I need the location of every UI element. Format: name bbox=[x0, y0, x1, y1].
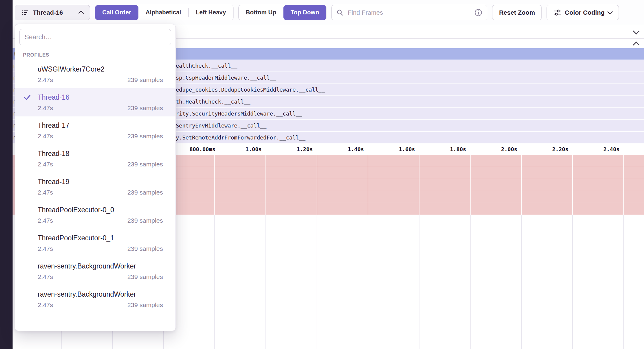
profile-item-samples: 239 samples bbox=[127, 301, 163, 309]
collapse-chevron-up-icon[interactable] bbox=[634, 41, 639, 48]
find-frames-input[interactable] bbox=[347, 9, 471, 16]
frame-text-fragment: edupe_cookies.DedupeCookiesMiddleware.__… bbox=[176, 84, 325, 95]
profile-item-duration: 2.47s bbox=[38, 189, 53, 196]
profiler-flamegraph-page: Thread-16 Call OrderAlphabeticalLeft Hea… bbox=[0, 0, 644, 349]
profile-item-thread-17[interactable]: Thread-172.47s239 samples bbox=[15, 116, 176, 145]
direction-segment-top-down[interactable]: Top Down bbox=[283, 5, 326, 20]
collapse-chevron-down-icon[interactable] bbox=[634, 29, 639, 36]
axis-tick-label: 1.00s bbox=[245, 146, 262, 152]
profile-item-thread-19[interactable]: Thread-192.47s239 samples bbox=[15, 173, 176, 201]
gridline bbox=[470, 215, 471, 349]
direction-segment-bottom-up[interactable]: Bottom Up bbox=[239, 5, 283, 20]
profile-item-samples: 239 samples bbox=[127, 76, 163, 84]
profile-item-duration: 2.47s bbox=[38, 301, 53, 309]
profile-item-samples: 239 samples bbox=[127, 245, 163, 252]
sort-order-segmented-control: Call OrderAlphabeticalLeft Heavy bbox=[95, 5, 234, 20]
profile-item-name: uWSGIWorker7Core2 bbox=[38, 65, 163, 73]
axis-tick-label: 1.20s bbox=[297, 146, 313, 152]
app-sidebar-strip bbox=[0, 0, 13, 349]
checkmark-icon bbox=[23, 93, 31, 102]
profile-item-name: Thread-19 bbox=[38, 177, 163, 186]
profile-item-name: raven-sentry.BackgroundWorker bbox=[38, 290, 163, 298]
sliders-icon bbox=[553, 9, 561, 16]
profile-item-meta: 2.47s239 samples bbox=[38, 76, 163, 84]
frame-text-fragment: SentryEnvMiddleware.__call__ bbox=[176, 120, 266, 131]
profile-item-duration: 2.47s bbox=[38, 133, 53, 140]
frame-text-fragment: rity.SecurityHeadersMiddleware.__call__ bbox=[176, 108, 302, 119]
profile-item-name: ThreadPoolExecutor-0_1 bbox=[38, 234, 163, 242]
search-icon bbox=[336, 9, 344, 16]
axis-tick-label: 1.80s bbox=[450, 146, 466, 152]
chevron-up-icon bbox=[78, 10, 84, 16]
thread-dropdown-panel: PROFILES uWSGIWorker7Core22.47s239 sampl… bbox=[15, 24, 176, 331]
profile-item-meta: 2.47s239 samples bbox=[38, 245, 163, 252]
profile-item-name: raven-sentry.BackgroundWorker bbox=[38, 262, 163, 270]
axis-tick-label: 1.40s bbox=[348, 146, 364, 152]
color-coding-label: Color Coding bbox=[565, 9, 605, 16]
profile-item-meta: 2.47s239 samples bbox=[38, 301, 163, 309]
axis-tick-label: 2.40s bbox=[603, 146, 619, 152]
toolbar: Thread-16 Call OrderAlphabeticalLeft Hea… bbox=[13, 0, 644, 25]
frame-text-fragment: th.HealthCheck.__call__ bbox=[176, 96, 250, 107]
profile-item-name: Thread-17 bbox=[38, 121, 163, 130]
profiles-section-label: PROFILES bbox=[23, 52, 176, 58]
profile-item-duration: 2.47s bbox=[38, 161, 53, 168]
profile-item-samples: 239 samples bbox=[127, 161, 163, 168]
find-frames-field[interactable] bbox=[331, 5, 487, 20]
profiles-list: uWSGIWorker7Core22.47s239 samplesThread-… bbox=[15, 60, 176, 313]
gridline bbox=[214, 215, 215, 349]
dropdown-search-input[interactable] bbox=[19, 29, 171, 45]
profile-item-meta: 2.47s239 samples bbox=[38, 161, 163, 168]
profile-item-samples: 239 samples bbox=[127, 104, 163, 112]
profile-item-threadpoolexecutor-0-0[interactable]: ThreadPoolExecutor-0_02.47s239 samples bbox=[15, 201, 176, 229]
axis-tick-label: 2.00s bbox=[501, 146, 517, 152]
profile-item-meta: 2.47s239 samples bbox=[38, 133, 163, 140]
gridline bbox=[419, 215, 419, 349]
sort-segment-call-order[interactable]: Call Order bbox=[95, 5, 138, 20]
profile-item-meta: 2.47s239 samples bbox=[38, 189, 163, 196]
gridline bbox=[317, 215, 317, 349]
profile-item-duration: 2.47s bbox=[38, 76, 53, 84]
profile-item-thread-16[interactable]: Thread-162.47s239 samples bbox=[15, 88, 176, 116]
sort-segment-alphabetical[interactable]: Alphabetical bbox=[138, 5, 188, 20]
gridline bbox=[623, 215, 624, 349]
color-coding-button[interactable]: Color Coding bbox=[547, 5, 619, 20]
profile-item-samples: 239 samples bbox=[127, 217, 163, 224]
list-icon bbox=[22, 9, 29, 16]
info-icon bbox=[474, 9, 482, 16]
profile-item-uwsgiworker7core2[interactable]: uWSGIWorker7Core22.47s239 samples bbox=[15, 60, 176, 88]
profile-item-meta: 2.47s239 samples bbox=[38, 104, 163, 112]
profile-item-duration: 2.47s bbox=[38, 104, 53, 112]
profile-item-samples: 239 samples bbox=[127, 133, 163, 140]
chevron-down-icon bbox=[608, 9, 613, 14]
profile-item-duration: 2.47s bbox=[38, 273, 53, 280]
profile-item-samples: 239 samples bbox=[127, 273, 163, 280]
profile-item-raven-sentry-backgroundworker[interactable]: raven-sentry.BackgroundWorker2.47s239 sa… bbox=[15, 257, 176, 285]
profile-item-thread-18[interactable]: Thread-182.47s239 samples bbox=[15, 145, 176, 173]
profile-item-name: Thread-18 bbox=[38, 149, 163, 158]
frame-text-fragment: sp.CspHeaderMiddleware.__call__ bbox=[176, 72, 276, 84]
profile-item-name: Thread-16 bbox=[38, 93, 163, 101]
profile-item-name: ThreadPoolExecutor-0_0 bbox=[38, 206, 163, 214]
profile-item-meta: 2.47s239 samples bbox=[38, 273, 163, 280]
thread-selector-button[interactable]: Thread-16 bbox=[15, 5, 90, 20]
reset-zoom-button[interactable]: Reset Zoom bbox=[492, 5, 542, 20]
axis-tick-label: 2.20s bbox=[552, 146, 568, 152]
frame-text-fragment: ealthCheck.__call__ bbox=[176, 60, 237, 72]
profile-item-raven-sentry-backgroundworker[interactable]: raven-sentry.BackgroundWorker2.47s239 sa… bbox=[15, 285, 176, 313]
gridline bbox=[368, 215, 368, 349]
gridline bbox=[521, 215, 522, 349]
axis-tick-label: 1.60s bbox=[399, 146, 415, 152]
profile-item-duration: 2.47s bbox=[38, 245, 53, 252]
profile-item-threadpoolexecutor-0-1[interactable]: ThreadPoolExecutor-0_12.47s239 samples bbox=[15, 229, 176, 257]
axis-tick-label: 800.00ms bbox=[190, 146, 216, 152]
gridline bbox=[572, 215, 573, 349]
profile-item-samples: 239 samples bbox=[127, 189, 163, 196]
thread-selector-label: Thread-16 bbox=[33, 9, 76, 16]
direction-segmented-control: Bottom UpTop Down bbox=[238, 5, 326, 20]
sort-segment-left-heavy[interactable]: Left Heavy bbox=[189, 5, 233, 20]
profile-item-meta: 2.47s239 samples bbox=[38, 217, 163, 224]
profile-item-duration: 2.47s bbox=[38, 217, 53, 224]
gridline bbox=[265, 215, 266, 349]
frame-text-fragment: y.SetRemoteAddrFromForwardedFor.__call__ bbox=[176, 132, 305, 143]
